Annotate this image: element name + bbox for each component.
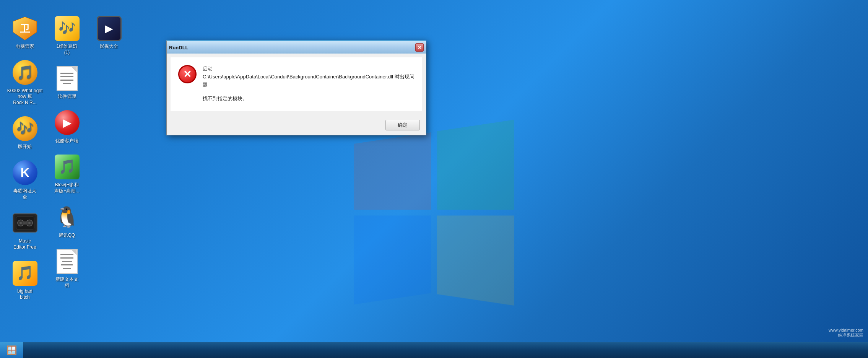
- dialog-text: 启动 C:\Users\apple\AppData\Local\Conduit\…: [203, 65, 414, 103]
- dialog-footer: 确定: [167, 115, 426, 135]
- dialog-titlebar: RunDLL ✕: [167, 41, 426, 54]
- icon-big-bad-bitch[interactable]: 🎵 big badbitch: [4, 256, 46, 303]
- icon-blow[interactable]: 🎵 Blow(H多和声版+高潮...: [46, 150, 88, 197]
- watermark: www.yidaimer.com 纯净系统家园: [829, 328, 863, 338]
- icon-diannao-guanjia[interactable]: 卫 电脑管家: [4, 11, 46, 53]
- qq-label: 腾讯QQ: [59, 233, 75, 239]
- big-bad-bitch-label: big badbitch: [17, 288, 32, 300]
- icon-yingshi[interactable]: ▶ 影视大全: [88, 11, 130, 53]
- start-icon: 🪟: [7, 345, 17, 355]
- diannao-guanjia-label: 电脑管家: [16, 44, 34, 50]
- music-editor-icon: ♪: [11, 209, 39, 237]
- icon-k0002[interactable]: 🎵 K0002 What right now 原Rock N R...: [4, 56, 46, 109]
- icon-ruanjian-guanli[interactable]: 软件管理: [46, 62, 88, 103]
- watermark-url: www.yidaimer.com: [829, 328, 863, 332]
- yuban-label: 版开始: [18, 144, 32, 150]
- rundll-dialog: RunDLL ✕ ✕ 启动 C:\Users\apple\AppData\Loc…: [166, 40, 426, 135]
- new-text-label: 新建文本文档: [55, 277, 78, 288]
- yingshi-icon: ▶: [95, 15, 123, 42]
- k0002-label: K0002 What right now 原Rock N R...: [6, 88, 44, 106]
- error-icon: ✕: [178, 65, 197, 83]
- watermark-name: 纯净系统家园: [829, 332, 863, 338]
- youku-icon: ▶: [53, 109, 81, 137]
- icon-music-editor[interactable]: ♪ MusicEditor Free: [4, 206, 46, 253]
- svg-point-5: [20, 222, 22, 224]
- desktop: 卫 电脑管家 🎵 K0002 What right now 原Rock N R.…: [0, 0, 868, 358]
- ruanjian-guanli-icon: [53, 65, 81, 92]
- icon-dounaib[interactable]: 🎶 1维维豆奶(1): [46, 11, 88, 59]
- icon-new-text[interactable]: 新建文本文档: [46, 244, 88, 291]
- icon-qq[interactable]: 🐧 腾讯QQ: [46, 200, 88, 242]
- yuban-icon: 🎶: [11, 115, 39, 142]
- icon-youku[interactable]: ▶ 优酷客户端: [46, 106, 88, 147]
- svg-point-7: [28, 222, 31, 224]
- youku-label: 优酷客户端: [55, 138, 78, 144]
- ruanjian-guanli-label: 软件管理: [58, 94, 76, 100]
- dounaib-icon: 🎶: [53, 15, 81, 42]
- qq-icon: 🐧: [53, 203, 81, 231]
- new-text-icon: [53, 247, 81, 275]
- taskbar: 🪟: [0, 342, 868, 358]
- dialog-main-message: 启动 C:\Users\apple\AppData\Local\Conduit\…: [203, 65, 414, 89]
- icon-yuban[interactable]: 🎶 版开始: [4, 112, 46, 153]
- music-editor-label: MusicEditor Free: [13, 238, 36, 250]
- dounaib-label: 1维维豆奶(1): [57, 44, 78, 55]
- big-bad-bitch-icon: 🎵: [11, 259, 39, 287]
- dialog-title: RunDLL: [169, 45, 189, 50]
- yingshi-label: 影视大全: [100, 44, 118, 50]
- blow-icon: 🎵: [53, 153, 81, 181]
- duba-icon: K: [11, 159, 39, 187]
- desktop-icons-area: 卫 电脑管家 🎵 K0002 What right now 原Rock N R.…: [0, 8, 145, 337]
- svg-text:卫: 卫: [20, 23, 30, 34]
- blow-label: Blow(H多和声版+高潮...: [54, 182, 79, 194]
- dialog-sub-message: 找不到指定的模块。: [203, 95, 414, 103]
- duba-label: 毒霸网址大全: [13, 188, 36, 200]
- diannao-guanjia-icon: 卫: [11, 15, 39, 42]
- start-button[interactable]: 🪟: [0, 342, 23, 358]
- dialog-ok-button[interactable]: 确定: [385, 120, 420, 130]
- icon-duba[interactable]: K 毒霸网址大全: [4, 156, 46, 203]
- dialog-body: ✕ 启动 C:\Users\apple\AppData\Local\Condui…: [171, 57, 422, 111]
- dialog-close-button[interactable]: ✕: [415, 43, 424, 52]
- k0002-icon: 🎵: [11, 59, 39, 86]
